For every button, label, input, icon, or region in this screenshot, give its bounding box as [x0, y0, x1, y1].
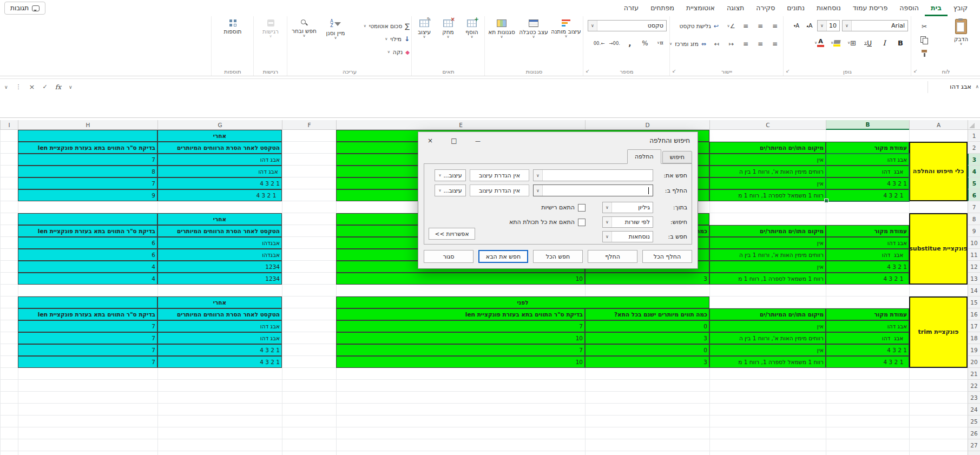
cell-B4[interactable]: אבג דהו	[826, 166, 909, 177]
cell-G9[interactable]: הטקסט לאחר הסרת הרווחים המיותרים	[157, 225, 282, 237]
cell-B27[interactable]	[826, 439, 909, 451]
align-middle-icon[interactable]: ≡	[755, 21, 766, 31]
cell-D19[interactable]: 0	[585, 344, 709, 356]
look-in-select[interactable]: נוסחאות	[602, 231, 653, 242]
cell-B10[interactable]: אבג דהו	[826, 237, 909, 249]
cell-D23[interactable]	[585, 392, 709, 404]
cell-F18[interactable]	[282, 332, 336, 344]
cell-H20[interactable]: 7	[18, 356, 157, 368]
cell-E22[interactable]	[336, 380, 585, 392]
cell-B13[interactable]: 1 2 3 4	[826, 273, 909, 285]
column-header-B[interactable]: B	[826, 120, 909, 130]
cell-F2[interactable]	[282, 142, 336, 154]
column-header-A[interactable]: A	[909, 120, 968, 130]
cell-A27[interactable]	[909, 439, 968, 451]
cell-C14[interactable]	[709, 285, 826, 296]
column-header-G[interactable]: G	[157, 120, 282, 130]
cell-C15[interactable]	[709, 296, 826, 308]
cell-I28[interactable]	[0, 451, 18, 455]
comments-button[interactable]: תגובות	[4, 2, 45, 15]
replace-format-button[interactable]: עיצוב... ∨	[435, 184, 466, 196]
cell-G12[interactable]: 1234	[157, 261, 282, 273]
row-header-12[interactable]: 12	[968, 261, 980, 273]
cell-F12[interactable]	[282, 261, 336, 273]
name-box[interactable]: אבג דהו	[930, 83, 971, 90]
cell-C12[interactable]: אין	[709, 261, 826, 273]
ribbon-tab-8[interactable]: תצוגה	[721, 0, 750, 16]
enter-icon[interactable]: ✓	[43, 83, 48, 90]
cell-I17[interactable]	[0, 320, 18, 332]
decrease-font-size-button[interactable]: A▾	[791, 21, 802, 31]
cell-E16[interactable]: בדיקת ס"ר התווים בתא בעזרת פונקציית len	[336, 308, 585, 320]
cell-F28[interactable]	[282, 451, 336, 455]
italic-button[interactable]: I	[879, 38, 890, 48]
match-case-option[interactable]: התאם רישיות	[541, 204, 586, 212]
cell-I25[interactable]	[0, 416, 18, 427]
cell-C17[interactable]: אין	[709, 320, 826, 332]
cell-D17[interactable]: 0	[585, 320, 709, 332]
cell-B23[interactable]	[826, 392, 909, 404]
cell-F25[interactable]	[282, 416, 336, 427]
row-header-26[interactable]: 26	[968, 427, 980, 439]
row-header-17[interactable]: 17	[968, 320, 980, 332]
cell-C5[interactable]: אין	[709, 177, 826, 189]
cell-F16[interactable]	[282, 308, 336, 320]
cell-H28[interactable]	[18, 451, 157, 455]
cell-H3[interactable]: 7	[18, 154, 157, 166]
cell-I26[interactable]	[0, 427, 18, 439]
cell-H14[interactable]	[18, 285, 157, 296]
cell-A26[interactable]	[909, 427, 968, 439]
cell-B21[interactable]	[826, 368, 909, 380]
row-header-15[interactable]: 15	[968, 296, 980, 308]
cell-F26[interactable]	[282, 427, 336, 439]
row-header-16[interactable]: 16	[968, 308, 980, 320]
cell-G5[interactable]: 1 2 3 4	[157, 177, 282, 189]
match-entire-checkbox[interactable]	[578, 219, 586, 226]
delete-cells-button[interactable]: × מחק ∨	[437, 19, 459, 39]
find-format-button[interactable]: עיצוב... ∨	[435, 169, 466, 181]
cell-D13[interactable]: 3	[585, 273, 709, 285]
cell-C22[interactable]	[709, 380, 826, 392]
cut-button[interactable]: ✂	[919, 21, 930, 31]
close-icon[interactable]: ×	[418, 132, 442, 149]
alignment-dialog-launcher-icon[interactable]: ↙	[672, 68, 676, 74]
cell-B7[interactable]	[826, 201, 909, 213]
orientation-button[interactable]: ∠∨	[726, 21, 736, 31]
underline-button[interactable]: U∨	[863, 38, 873, 48]
cell-I6[interactable]	[0, 189, 18, 201]
cell-A2[interactable]: כלי חיפוש והחלפה	[909, 142, 968, 201]
fill-color-button[interactable]: ∨	[830, 38, 841, 48]
cell-G28[interactable]	[157, 451, 282, 455]
cell-B2[interactable]: עמודת מקור	[826, 142, 909, 154]
cell-H18[interactable]: 7	[18, 332, 157, 344]
cell-I12[interactable]	[0, 261, 18, 273]
ribbon-tab-7[interactable]: סקירה	[750, 0, 781, 16]
clear-button[interactable]: ◆ נקה ∨	[364, 46, 410, 58]
cell-E19[interactable]: 7	[336, 344, 585, 356]
wrap-text-button[interactable]: ↩ גלישת טקסט	[680, 20, 719, 32]
cell-E23[interactable]	[336, 392, 585, 404]
accounting-format-button[interactable]: ¤∨	[655, 38, 666, 48]
merge-center-button[interactable]: ⇔ מזג ומרכז ∨	[669, 38, 706, 50]
cell-C27[interactable]	[709, 439, 826, 451]
cell-G1[interactable]: אחרי	[157, 130, 282, 142]
cell-E18[interactable]: 10	[336, 332, 585, 344]
cell-I22[interactable]	[0, 380, 18, 392]
cell-C21[interactable]	[709, 368, 826, 380]
options-button[interactable]: אפשרויות >>	[429, 228, 475, 240]
cell-C1[interactable]	[709, 130, 826, 142]
match-case-checkbox[interactable]	[578, 204, 586, 212]
conditional-formatting-button[interactable]: עיצוב מותנה ∨	[550, 19, 582, 38]
cell-E14[interactable]	[336, 285, 585, 296]
decrease-indent-icon[interactable]: ↦	[726, 39, 736, 49]
cell-C6[interactable]: רווח 1 משמאל לספרה 1, רווח 1 מ	[709, 189, 826, 201]
cell-D25[interactable]	[585, 416, 709, 427]
increase-decimal-button[interactable]: .00→	[609, 38, 620, 48]
tab-find[interactable]: חיפוש	[662, 151, 692, 163]
align-top-icon[interactable]: ≡	[769, 21, 780, 31]
column-header-H[interactable]: H	[18, 120, 157, 130]
dialog-title-bar[interactable]: חיפוש והחלפה × □ —	[418, 132, 698, 149]
align-center-icon[interactable]: ≡	[755, 39, 766, 49]
formula-bar[interactable]: ∨ ⋮ × ✓ fx ∨ אבג דהו ∧	[0, 78, 980, 118]
cell-H27[interactable]	[18, 439, 157, 451]
